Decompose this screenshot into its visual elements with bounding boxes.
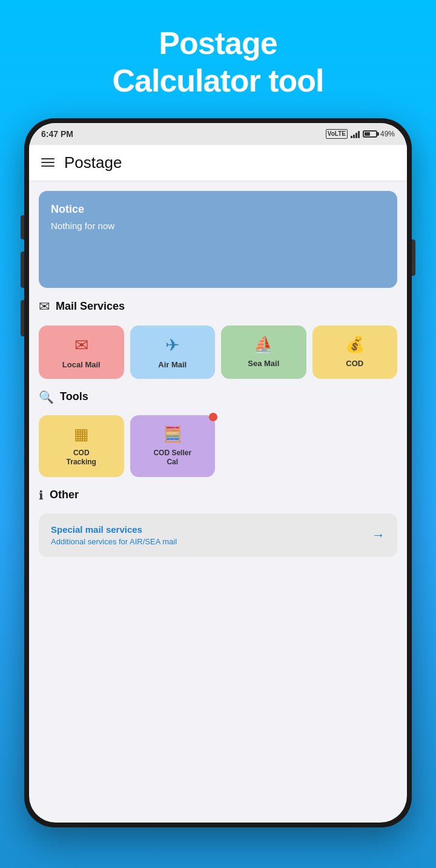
info-icon: ℹ [39,488,44,502]
notice-card: Notice Nothing for now [39,191,397,288]
hamburger-line-1 [41,158,54,159]
local-mail-icon: ✉ [74,335,88,355]
cod-tracking-label: CODTracking [67,449,96,467]
sea-mail-card[interactable]: ⛵ Sea Mail [221,326,306,379]
air-mail-card[interactable]: ✈ Air Mail [130,326,216,379]
status-icons: VoLTE 49% [326,129,395,139]
signal-icon [351,130,360,138]
special-mail-services-card[interactable]: Special mail services Additional service… [39,513,397,557]
mail-services-grid: ✉ Local Mail ✈ Air Mail ⛵ Sea Mail 💰 COD [39,326,397,379]
other-title: Other [50,489,79,501]
notification-badge [209,413,217,421]
tools-section-header: 🔍 Tools [39,390,397,404]
cod-seller-label: COD SellerCal [153,449,191,467]
other-section-header: ℹ Other [39,488,397,502]
special-mail-subtitle: Additional services for AIR/SEA mail [51,537,177,546]
tools-title: Tools [60,390,88,403]
volte-icon: VoLTE [326,129,348,139]
local-mail-card[interactable]: ✉ Local Mail [39,326,124,379]
status-time: 6:47 PM [41,129,73,139]
hamburger-line-3 [41,165,54,167]
air-mail-label: Air Mail [158,360,187,369]
air-mail-icon: ✈ [165,335,179,355]
power-button [412,239,415,276]
cod-mail-card[interactable]: 💰 COD [312,326,398,379]
cod-tracking-icon: ▦ [74,425,89,444]
mail-icon: ✉ [39,299,50,315]
mail-services-title: Mail Services [56,300,125,313]
other-card-content: Special mail services Additional service… [51,524,177,546]
cod-seller-icon: 🧮 [163,425,182,444]
volume-down-button [21,300,24,336]
hamburger-menu-button[interactable] [41,158,54,167]
arrow-right-icon: → [372,527,385,543]
main-scroll-content: Notice Nothing for now ✉ Mail Services ✉… [29,181,407,823]
hamburger-line-2 [41,162,54,163]
mail-services-section-header: ✉ Mail Services [39,299,397,315]
cod-seller-cal-card[interactable]: 🧮 COD SellerCal [130,415,216,477]
volume-up-button [21,252,24,288]
battery-icon [363,130,377,138]
notice-body: Nothing for now [51,221,385,231]
phone-mockup: 6:47 PM VoLTE 49% [24,118,412,827]
special-mail-title: Special mail services [51,524,177,535]
app-hero-title: Postage Calculator tool [112,24,323,100]
sea-mail-icon: ⛵ [254,335,273,354]
cod-tracking-card[interactable]: ▦ CODTracking [39,415,124,477]
battery-percent: 49% [380,130,395,138]
cod-mail-label: COD [346,359,363,368]
tools-search-icon: 🔍 [39,390,54,404]
cod-mail-icon: 💰 [345,335,365,354]
notice-title: Notice [51,203,385,216]
sea-mail-label: Sea Mail [248,359,279,368]
phone-screen: 6:47 PM VoLTE 49% [29,123,407,823]
local-mail-label: Local Mail [62,360,101,369]
tools-grid: ▦ CODTracking 🧮 COD SellerCal [39,415,397,477]
silent-switch [21,215,24,239]
status-bar: 6:47 PM VoLTE 49% [29,123,407,145]
app-header: Postage [29,145,407,181]
header-title: Postage [64,153,122,172]
